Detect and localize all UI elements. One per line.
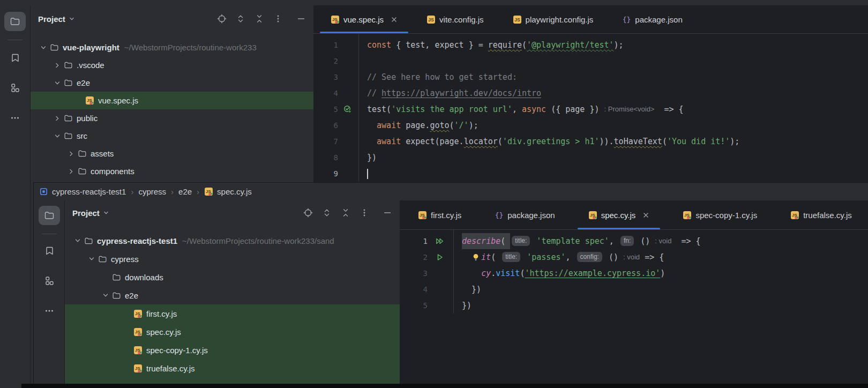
tab-label: spec.cy.js xyxy=(601,211,636,220)
intention-bulb-icon[interactable] xyxy=(472,253,480,262)
chevron-expanded-icon[interactable] xyxy=(52,132,63,140)
more-options-button[interactable] xyxy=(360,208,369,218)
gutter xyxy=(338,85,358,101)
tab-playwright-config-js[interactable]: JSplaywright.config.js xyxy=(502,5,604,33)
bookmarks-tool-button[interactable] xyxy=(39,243,60,259)
hide-panel-button[interactable] xyxy=(383,208,392,218)
tree-item-downloads[interactable]: downloads xyxy=(65,268,400,286)
select-opened-file-button[interactable] xyxy=(217,14,227,24)
gutter xyxy=(428,233,453,249)
close-tab-icon[interactable] xyxy=(642,212,649,219)
breadcrumb-label: e2e xyxy=(178,187,192,196)
tab-package-json[interactable]: {}package.json xyxy=(611,5,693,33)
code-text: const { test, expect } = require('@playw… xyxy=(358,37,624,53)
run-all-tests-icon[interactable] xyxy=(436,237,444,245)
breadcrumb-item-cypress[interactable]: cypress xyxy=(138,187,166,196)
chevron-spacer xyxy=(122,309,132,318)
project-panel-top: Project vue-playwright~/WebstormProjects… xyxy=(31,5,313,182)
folder-icon xyxy=(50,43,59,52)
tree-item-public[interactable]: public xyxy=(31,109,313,127)
project-panel-bottom: Project cypress-reactjs-test1~/WebstormP… xyxy=(65,200,400,384)
select-opened-file-button[interactable] xyxy=(303,208,313,218)
more-tool-windows-button[interactable] xyxy=(4,110,26,126)
tab-spec-copy-1-cy-js[interactable]: JSspec-copy-1.cy.js xyxy=(672,200,768,229)
tree-item-spec-copy-1-cy-js[interactable]: JSspec-copy-1.cy.js xyxy=(65,341,400,359)
project-view-dropdown-icon[interactable] xyxy=(102,209,110,217)
project-view-dropdown-icon[interactable] xyxy=(68,15,76,23)
tab-vue-spec-js[interactable]: JSvue.spec.js xyxy=(320,5,408,33)
chevron-expanded-icon[interactable] xyxy=(100,291,111,300)
svg-text:JS: JS xyxy=(135,329,140,334)
chevron-expanded-icon[interactable] xyxy=(72,236,83,245)
chevron-collapsed-icon[interactable] xyxy=(66,150,77,158)
chevron-expanded-icon[interactable] xyxy=(52,79,63,87)
collapse-all-button[interactable] xyxy=(341,208,350,218)
run-test-icon[interactable] xyxy=(436,253,444,262)
tree-item-cypress[interactable]: cypress xyxy=(65,250,400,268)
tree-item-label: spec.cy.js xyxy=(146,327,181,337)
chevron-spacer xyxy=(122,327,132,336)
tree-item-label: spec-copy-1.cy.js xyxy=(146,346,208,355)
tree-item-first-cy-js[interactable]: JSfirst.cy.js xyxy=(65,304,400,323)
tree-item-components[interactable]: components xyxy=(31,162,313,180)
project-tree-bottom: cypress-reactjs-test1~/WebstormProjects/… xyxy=(65,225,400,384)
tree-item-assets[interactable]: assets xyxy=(31,145,313,162)
svg-text:JS: JS xyxy=(514,17,520,22)
editor-bottom: JSfirst.cy.js{}package.jsonJSspec.cy.jsJ… xyxy=(400,200,868,384)
chevron-expanded-icon[interactable] xyxy=(86,255,97,263)
code-editor-top[interactable]: 1const { test, expect } = require('@play… xyxy=(313,34,868,182)
tree-item-vscode[interactable]: .vscode xyxy=(31,56,313,74)
project-tool-window-button[interactable] xyxy=(39,206,60,225)
breadcrumb-separator: › xyxy=(197,187,199,196)
more-tool-windows-button[interactable] xyxy=(39,303,60,319)
tree-item-truefalse-cy-js[interactable]: JStruefalse.cy.js xyxy=(65,359,400,377)
tree-item-label: e2e xyxy=(125,291,138,300)
code-text: }) xyxy=(453,281,481,297)
gutter xyxy=(428,297,453,314)
breadcrumb-item-spec-cy-js[interactable]: JSspec.cy.js xyxy=(204,187,252,196)
tree-item-src[interactable]: src xyxy=(31,127,313,145)
bookmarks-tool-button[interactable] xyxy=(4,50,26,66)
structure-tool-button[interactable] xyxy=(4,80,26,96)
tab-vite-config-js[interactable]: JSvite.config.js xyxy=(416,5,495,33)
js-test-file-icon: JS xyxy=(418,211,427,220)
tree-item-vue-spec-js[interactable]: JSvue.spec.js xyxy=(31,92,313,109)
test-passed-icon[interactable] xyxy=(343,105,352,114)
expand-all-button[interactable] xyxy=(322,208,332,218)
code-text xyxy=(358,166,368,182)
line-number: 5 xyxy=(400,297,428,314)
tab-first-cy-js[interactable]: JSfirst.cy.js xyxy=(407,200,472,229)
tree-item-label: first.cy.js xyxy=(146,309,177,318)
tree-item-e2e[interactable]: e2e xyxy=(65,286,400,304)
project-tool-window-button[interactable] xyxy=(4,12,26,31)
tree-item-cypress-reactjs-test1[interactable]: cypress-reactjs-test1~/WebstormProjects/… xyxy=(65,232,400,250)
hide-panel-button[interactable] xyxy=(296,14,306,24)
editor-tabs-top: JSvue.spec.jsJSvite.config.jsJSplaywrigh… xyxy=(313,5,868,34)
breadcrumb-item-e2e[interactable]: e2e xyxy=(178,187,192,196)
chevron-collapsed-icon[interactable] xyxy=(52,114,63,123)
tree-item-e2e[interactable]: e2e xyxy=(31,74,313,92)
breadcrumb-item-cypress-reactjs-test1[interactable]: cypress-reactjs-test1 xyxy=(39,187,126,196)
tree-item-vue-playwright[interactable]: vue-playwright~/WebstormProjects/routine… xyxy=(31,39,313,56)
structure-tool-button[interactable] xyxy=(39,273,60,289)
line-number: 4 xyxy=(400,281,428,297)
svg-text:JS: JS xyxy=(206,189,211,194)
tab-truefalse-cy-js[interactable]: JStruefalse.cy.js xyxy=(780,200,863,229)
tree-item-label: truefalse.cy.js xyxy=(146,364,195,373)
tab-package-json[interactable]: {}package.json xyxy=(484,200,565,229)
more-options-button[interactable] xyxy=(273,14,283,24)
expand-all-button[interactable] xyxy=(236,14,245,24)
svg-text:JS: JS xyxy=(135,347,140,352)
code-line-5: 5}) xyxy=(400,297,868,314)
tab-spec-cy-js[interactable]: JSspec.cy.js xyxy=(578,200,661,229)
tree-item-spec-cy-js[interactable]: JSspec.cy.js xyxy=(65,323,400,341)
tab-label: playwright.config.js xyxy=(526,15,594,24)
code-editor-bottom[interactable]: 1describe( title: 'template spec', fn: (… xyxy=(400,230,868,314)
line-number: 4 xyxy=(313,85,338,101)
chevron-collapsed-icon[interactable] xyxy=(66,167,77,176)
chevron-expanded-icon[interactable] xyxy=(38,43,49,52)
close-tab-icon[interactable] xyxy=(391,16,398,23)
chevron-collapsed-icon[interactable] xyxy=(52,61,63,70)
collapse-all-button[interactable] xyxy=(255,14,264,24)
code-text xyxy=(358,53,367,69)
